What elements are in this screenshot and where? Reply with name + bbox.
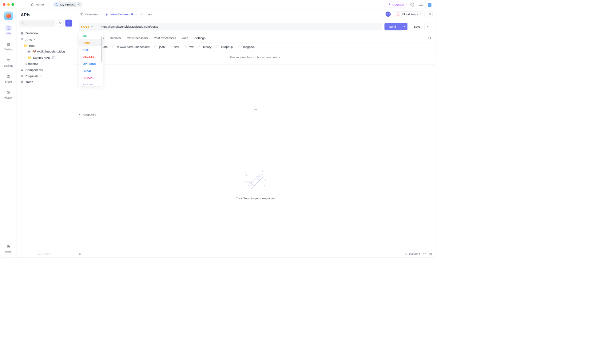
tree-item-trash[interactable]: 🗑 Trash [18,79,74,85]
response-header[interactable]: ▾ Response [75,111,435,118]
subtab-pre[interactable]: Pre Processors [127,34,148,42]
method-option-get[interactable]: GET [79,32,103,39]
chevron-right-icon: ▸ [40,63,42,65]
maximize-window-button[interactable] [12,3,14,6]
http-method-selector[interactable]: POST [79,23,99,30]
method-dropdown: GET POST PUT DELETE OPTIONS HEAD PATCH T… [79,31,103,86]
refresh-icon [387,13,390,16]
chevron-right-icon: ▸ [34,38,36,41]
tree-item-schemas[interactable]: ⬚ Schemas ▸ [18,61,74,67]
method-option-post[interactable]: POST [79,39,103,46]
project-name: My Project [60,3,75,6]
code-view-button[interactable] [427,36,431,40]
svg-point-33 [245,172,245,172]
butterfly-icon [428,2,432,6]
rail-item-invite[interactable]: Invite [0,243,17,255]
method-option-patch[interactable]: PATCH [79,74,103,81]
subtab-auth[interactable]: Auth [182,34,188,42]
rail-label: APIs [6,32,11,35]
svg-rect-1 [7,27,10,29]
svg-line-15 [24,24,24,24]
svg-point-34 [262,171,263,172]
chevron-down-icon: ▼ [420,13,422,15]
help-button[interactable] [429,252,432,256]
scrollbar-thumb[interactable] [101,36,102,62]
add-button[interactable] [65,20,72,27]
method-option-put[interactable]: PUT [79,46,103,53]
save-options-button[interactable]: ▼ [424,23,431,30]
collapse-panel-button[interactable] [78,252,81,256]
body-type-xwww[interactable]: x-www-form-urlencoded [113,45,150,49]
api-icon: ⧉ [20,37,24,41]
upgrade-button[interactable]: Upgrade [386,2,407,7]
sparkle-icon [388,3,391,6]
minimize-window-button[interactable] [7,3,10,6]
tree-item-root[interactable]: 📁 Root [18,42,74,49]
body-type-binary[interactable]: binary [198,45,212,49]
url-input[interactable] [99,23,382,30]
subtab-settings[interactable]: Settings [194,34,205,42]
tree-item-requests[interactable]: ⇄ Requests ▸ [18,73,74,79]
send-button[interactable]: Send [384,23,401,30]
env-refresh-button[interactable] [386,11,391,17]
body-type-raw[interactable]: raw [184,45,194,49]
response-empty-state: Click Send to get a response [75,118,435,250]
send-options-button[interactable]: ▼ [401,23,407,30]
sidebar-search-input[interactable] [19,20,55,27]
cookies-label: Cookies [409,252,420,256]
save-button[interactable]: Save [410,23,424,30]
environment-selector[interactable]: Cl Cloud Mock ▼ [393,11,425,17]
svg-point-39 [406,253,406,254]
method-option-options[interactable]: OPTIONS [79,60,103,67]
method-option-trace[interactable]: TRACE [79,81,103,84]
cookie-icon [405,252,408,256]
rail-item-testing[interactable]: Testing [0,40,17,53]
share-icon [6,74,10,78]
filter-button[interactable] [57,20,64,27]
rail-item-apis[interactable]: APIs [0,24,17,37]
search-small-icon [91,25,93,28]
folder-icon: 📁 [24,44,27,47]
close-window-button[interactable] [3,3,5,6]
tab-new-request[interactable]: New Request [102,9,137,19]
close-project-icon[interactable]: ✕ [77,3,80,6]
dots-icon: ••• [148,12,152,16]
body-type-msgpack[interactable]: msgpack [238,45,255,49]
rail-item-share[interactable]: Share [0,72,17,85]
plus-icon [67,22,70,25]
cookies-button[interactable]: Cookies [405,252,420,256]
nav-rail: APIs Testing Settings Share History In [0,9,17,257]
settings-gear-button[interactable] [410,2,415,7]
tree-item-sample-apis[interactable]: › 📁 Sample APIs (5) [18,55,74,61]
body-type-xml[interactable]: xml [169,45,179,49]
notifications-button[interactable] [418,2,424,7]
help-icon [429,252,432,256]
dots-icon: ••• [254,108,257,111]
splitter-handle[interactable]: ••• [75,108,435,111]
rail-item-history[interactable]: History [0,88,17,101]
tab-overflow-button[interactable]: ••• [145,9,154,19]
body-type-graphql[interactable]: GraphQL [216,45,233,49]
tshirt-button[interactable] [423,252,426,256]
body-type-json[interactable]: json [154,45,165,49]
method-option-delete[interactable]: DELETE [79,53,103,60]
tree-item-overview[interactable]: ▦ Overview [18,30,74,36]
tree-item-apis[interactable]: ⧉ APIs ▸ [18,36,74,43]
subtab-post[interactable]: Post Processors [154,34,176,42]
tab-overview[interactable]: Overview [77,9,102,19]
subtab-cookies[interactable]: Cookies [110,34,121,42]
radio-icon [238,45,241,48]
tree-item-walkthrough[interactable]: M 🐶 Walk through Apidog [18,49,74,55]
radio-label: xml [174,45,179,49]
method-option-head[interactable]: HEAD [79,67,103,74]
tree-item-components[interactable]: ≋ Components ▸ [18,67,74,73]
rail-item-settings[interactable]: Settings [0,56,17,68]
chevron-right-icon: ▸ [45,68,47,71]
new-tab-button[interactable] [137,9,145,19]
app-menu-button[interactable] [427,2,432,7]
home-button[interactable]: Home [29,2,46,7]
panel-menu-button[interactable] [427,11,432,17]
app-logo[interactable] [4,12,13,20]
subtab-label: Auth [182,36,188,40]
project-tab[interactable]: My Project ✕ [53,2,82,7]
